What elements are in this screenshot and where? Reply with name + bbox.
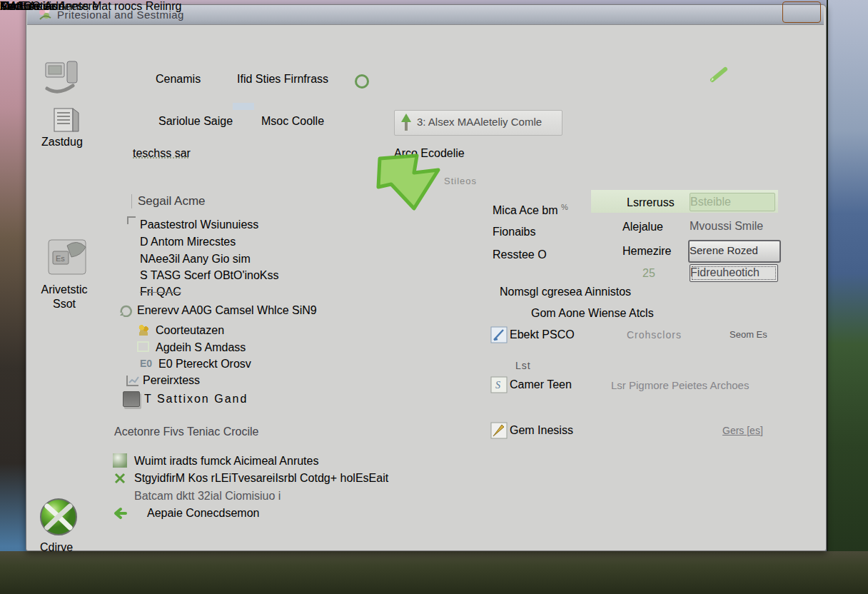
xbox-logo-icon[interactable] <box>39 497 79 537</box>
mica-label: Mica Ace bm % <box>493 203 568 217</box>
window-icon <box>137 341 149 352</box>
tree-item[interactable]: Fri QAC <box>140 286 181 298</box>
wallpaper-left <box>0 0 29 594</box>
text-style-icon: E0 <box>140 358 152 369</box>
crumb-icon <box>117 148 128 157</box>
users-icon <box>137 324 150 336</box>
checkbox-label[interactable]: Gom Aone Wiense Atcls <box>531 307 654 320</box>
green-tree-icon <box>398 112 414 132</box>
mvoussi-button[interactable]: Mvoussi Smile <box>690 217 778 235</box>
toolbar-ifid[interactable]: Ifid Sties Firnfrass <box>237 73 328 86</box>
percent-symbol: % <box>561 203 568 211</box>
svg-text:Es: Es <box>56 254 65 263</box>
action2-right: Lsr Pigmore Peietes Archoes <box>611 379 749 391</box>
row-cell: 25 <box>642 267 655 280</box>
row1-icon <box>597 194 610 206</box>
green-arrow-icon <box>370 153 453 216</box>
camer-button[interactable]: Camer Teen <box>510 376 600 393</box>
serene-button[interactable]: Serene Rozed <box>688 240 781 263</box>
tree-item[interactable]: NAee3il Aany Gio sim <box>140 253 251 266</box>
toolbar-msoc[interactable]: Msoc Coolle <box>261 115 324 128</box>
sidebar-label-artistic: Arivetstic Ssot <box>34 283 94 311</box>
tree-item[interactable]: D Antom Mirecstes <box>140 236 236 248</box>
combo-doc-icon <box>344 74 352 86</box>
gem-button[interactable]: Gem Inesiss <box>510 421 600 439</box>
green-x-icon <box>114 473 126 484</box>
row-cell: Alejalue <box>622 221 663 233</box>
recycle-icon <box>118 304 133 317</box>
left-card-title: Segail Acme <box>131 194 206 208</box>
screen-icon <box>123 391 140 407</box>
fidre-button[interactable]: Fidreuheotich <box>690 264 778 282</box>
page-icon <box>123 236 133 246</box>
tree-item[interactable]: E0 Ptereckt Orosv <box>158 358 251 371</box>
contacts-icon[interactable] <box>126 66 150 90</box>
document-icon[interactable] <box>50 106 84 136</box>
row-cell: Lsrreruss <box>627 196 675 209</box>
green-pencil-icon <box>708 66 732 83</box>
action1-mid: Crohsclors <box>627 329 682 341</box>
panel-breadcrumb: teschss sar <box>133 147 191 160</box>
tree-item[interactable]: Agdeih S Amdass <box>156 341 246 354</box>
toolbar-sariolue[interactable]: Sariolue Saige <box>158 115 233 128</box>
close-button[interactable] <box>782 1 821 23</box>
blue-pen-icon <box>490 326 508 343</box>
sidebar-label-zastdug: Zastdug <box>41 136 83 148</box>
bottom-row-label[interactable]: StgyidfirM Kos rLEiTvesareiIsrbl Cotdg+ … <box>134 472 388 485</box>
tree-item[interactable]: S TASG Scerf OBtO'inoKss <box>140 269 279 282</box>
tree-item[interactable]: Coorteutazen <box>156 324 224 337</box>
back-arrow-icon <box>111 507 127 520</box>
svg-text:S: S <box>495 380 500 391</box>
wallpaper-right <box>827 0 868 594</box>
row-cell: Hemezire <box>622 245 671 258</box>
ebekt-button[interactable]: Ebekt PSCO <box>510 326 600 343</box>
superscript-icon <box>127 216 136 224</box>
sidebar-label-xbox: Cdirve <box>40 541 73 554</box>
s-tool-icon: S <box>490 376 508 393</box>
combo-ring-icon <box>355 74 369 89</box>
toolbar-cenamis[interactable]: Cenamis <box>156 73 201 86</box>
artistic-case-icon[interactable]: Es <box>46 234 93 280</box>
globe-icon <box>113 453 127 468</box>
fionaibs-label: Fionaibs <box>493 226 535 238</box>
calculator-icon[interactable] <box>208 64 230 90</box>
tletl-dropdown[interactable]: TletL.Aeias <box>0 0 57 13</box>
tree-item[interactable]: Pereirxtess <box>143 374 200 387</box>
msoc-icon[interactable] <box>233 103 254 130</box>
desktop: Pritesional and Sestmiag Ceouins Addeess… <box>0 0 868 594</box>
segail-icon <box>113 196 126 206</box>
bottom-row-label[interactable]: Aepaie Conecdsemon <box>147 507 259 520</box>
action1-right: Seom Es <box>730 329 767 340</box>
computer-phone-icon[interactable] <box>41 60 84 101</box>
bottom-row-label[interactable]: Wuimt iradts fumck Aicimeal Anrutes <box>134 455 318 468</box>
bsteible-button[interactable]: Bsteible <box>690 193 775 211</box>
chart-icon <box>126 374 140 387</box>
green-sphere-icon[interactable] <box>126 107 151 133</box>
bottom-row-label: Batcam dktt 32ial Ciomisiuo i <box>134 490 281 503</box>
tree-item[interactable]: Paastestrol Wsiunuiess <box>140 218 258 231</box>
resstee-label: Resstee O <box>493 248 547 261</box>
tree-item[interactable]: T Sattixon Gand <box>144 393 248 406</box>
lst-label: Lst <box>515 360 531 371</box>
tree-item[interactable]: Enerevv AA0G Camsel Whlce SiN9 <box>137 304 317 317</box>
toolbar-alsex: 3: Alsex MAAleteliy Comle <box>417 116 542 128</box>
box-icon <box>130 507 141 518</box>
action3-right: Gers [es] <box>722 425 763 436</box>
dropdown-value: TletL.Aeias <box>0 0 57 12</box>
left-card-footer: Acetonre Fivs Teniac Crocile <box>114 426 258 438</box>
wallpaper-bottom <box>0 551 868 594</box>
green-heading: Nomsgl cgresea Ainnistos <box>500 286 631 298</box>
pen-a-icon <box>490 422 508 439</box>
